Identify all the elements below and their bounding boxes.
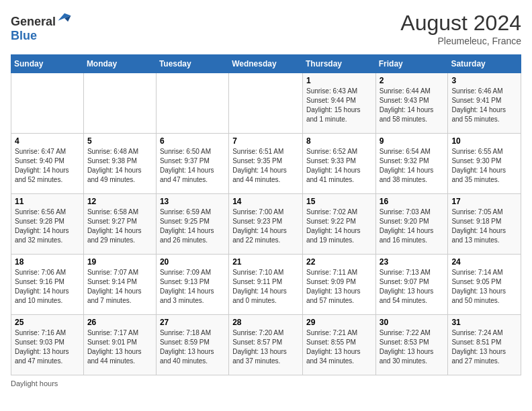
day-number: 8 [306,136,372,146]
day-info: Sunrise: 7:09 AMSunset: 9:13 PMDaylight:… [160,268,225,306]
title-block: August 2024 Pleumeleuc, France [400,11,521,46]
day-cell: 14Sunrise: 7:00 AMSunset: 9:23 PMDayligh… [229,194,303,255]
logo-bird-icon [57,11,72,26]
logo-blue: Blue [11,29,37,42]
col-header-friday: Friday [375,55,448,73]
week-row-3: 11Sunrise: 6:56 AMSunset: 9:28 PMDayligh… [11,194,521,255]
day-info: Sunrise: 6:55 AMSunset: 9:30 PMDaylight:… [451,147,517,185]
day-info: Sunrise: 7:05 AMSunset: 9:18 PMDaylight:… [451,208,517,245]
day-number: 21 [232,257,299,267]
day-info: Sunrise: 6:58 AMSunset: 9:27 PMDaylight:… [87,208,152,245]
day-cell: 2Sunrise: 6:44 AMSunset: 9:43 PMDaylight… [375,73,448,134]
day-info: Sunrise: 6:52 AMSunset: 9:33 PMDaylight:… [306,147,372,185]
day-info: Sunrise: 7:18 AMSunset: 8:59 PMDaylight:… [160,328,225,366]
day-info: Sunrise: 7:21 AMSunset: 8:55 PMDaylight:… [306,328,372,366]
day-number: 18 [15,257,80,267]
day-info: Sunrise: 7:14 AMSunset: 9:05 PMDaylight:… [451,268,517,306]
day-number: 25 [15,318,80,327]
day-info: Sunrise: 7:24 AMSunset: 8:51 PMDaylight:… [451,328,517,366]
logo-general: General [11,15,56,28]
logo-text: General Blue [11,11,72,43]
day-cell: 30Sunrise: 7:22 AMSunset: 8:53 PMDayligh… [375,315,448,375]
day-cell: 25Sunrise: 7:16 AMSunset: 9:03 PMDayligh… [11,315,84,375]
page-header: General Blue August 2024 Pleumeleuc, Fra… [11,11,521,46]
day-cell: 5Sunrise: 6:48 AMSunset: 9:38 PMDaylight… [83,134,156,194]
day-info: Sunrise: 7:13 AMSunset: 9:07 PMDaylight:… [380,268,445,306]
day-number: 29 [306,318,372,327]
footnote: Daylight hours [11,379,521,387]
day-cell: 20Sunrise: 7:09 AMSunset: 9:13 PMDayligh… [156,255,228,315]
day-cell: 4Sunrise: 6:47 AMSunset: 9:40 PMDaylight… [11,134,84,194]
day-cell: 12Sunrise: 6:58 AMSunset: 9:27 PMDayligh… [83,194,156,255]
day-info: Sunrise: 7:06 AMSunset: 9:16 PMDaylight:… [15,268,80,306]
day-cell: 23Sunrise: 7:13 AMSunset: 9:07 PMDayligh… [375,255,448,315]
day-info: Sunrise: 6:51 AMSunset: 9:35 PMDaylight:… [232,147,299,185]
week-row-1: 1Sunrise: 6:43 AMSunset: 9:44 PMDaylight… [11,73,521,134]
day-info: Sunrise: 6:48 AMSunset: 9:38 PMDaylight:… [87,147,152,185]
day-cell [229,73,303,134]
col-header-sunday: Sunday [11,55,84,73]
day-number: 14 [232,197,299,206]
day-info: Sunrise: 6:47 AMSunset: 9:40 PMDaylight:… [15,147,80,185]
day-number: 12 [87,197,152,206]
location: Pleumeleuc, France [400,36,521,46]
day-number: 9 [380,136,445,146]
day-number: 31 [451,318,517,327]
day-cell: 26Sunrise: 7:17 AMSunset: 9:01 PMDayligh… [83,315,156,375]
col-header-wednesday: Wednesday [229,55,303,73]
day-cell [156,73,228,134]
day-cell: 19Sunrise: 7:07 AMSunset: 9:14 PMDayligh… [83,255,156,315]
day-cell [83,73,156,134]
logo: General Blue [11,11,72,43]
day-info: Sunrise: 7:22 AMSunset: 8:53 PMDaylight:… [380,328,445,366]
day-number: 6 [160,136,225,146]
col-header-thursday: Thursday [302,55,375,73]
day-number: 26 [87,318,152,327]
month-year: August 2024 [400,11,521,36]
day-cell: 17Sunrise: 7:05 AMSunset: 9:18 PMDayligh… [448,194,521,255]
day-number: 10 [451,136,517,146]
day-cell: 21Sunrise: 7:10 AMSunset: 9:11 PMDayligh… [229,255,303,315]
day-cell: 3Sunrise: 6:46 AMSunset: 9:41 PMDaylight… [448,73,521,134]
day-cell: 31Sunrise: 7:24 AMSunset: 8:51 PMDayligh… [448,315,521,375]
day-cell: 10Sunrise: 6:55 AMSunset: 9:30 PMDayligh… [448,134,521,194]
day-info: Sunrise: 6:50 AMSunset: 9:37 PMDaylight:… [160,147,225,185]
day-cell: 6Sunrise: 6:50 AMSunset: 9:37 PMDaylight… [156,134,228,194]
day-info: Sunrise: 7:17 AMSunset: 9:01 PMDaylight:… [87,328,152,366]
day-number: 19 [87,257,152,267]
day-cell: 7Sunrise: 6:51 AMSunset: 9:35 PMDaylight… [229,134,303,194]
week-row-5: 25Sunrise: 7:16 AMSunset: 9:03 PMDayligh… [11,315,521,375]
day-number: 27 [160,318,225,327]
day-info: Sunrise: 7:00 AMSunset: 9:23 PMDaylight:… [232,208,299,245]
day-number: 13 [160,197,225,206]
day-number: 4 [15,136,80,146]
day-cell: 16Sunrise: 7:03 AMSunset: 9:20 PMDayligh… [375,194,448,255]
day-info: Sunrise: 6:44 AMSunset: 9:43 PMDaylight:… [380,87,445,124]
day-number: 16 [380,197,445,206]
day-cell: 1Sunrise: 6:43 AMSunset: 9:44 PMDaylight… [302,73,375,134]
day-number: 20 [160,257,225,267]
day-info: Sunrise: 6:46 AMSunset: 9:41 PMDaylight:… [451,87,517,124]
day-cell: 29Sunrise: 7:21 AMSunset: 8:55 PMDayligh… [302,315,375,375]
day-number: 3 [451,76,517,85]
day-info: Sunrise: 6:56 AMSunset: 9:28 PMDaylight:… [15,208,80,245]
day-cell: 22Sunrise: 7:11 AMSunset: 9:09 PMDayligh… [302,255,375,315]
day-cell: 13Sunrise: 6:59 AMSunset: 9:25 PMDayligh… [156,194,228,255]
day-cell: 24Sunrise: 7:14 AMSunset: 9:05 PMDayligh… [448,255,521,315]
day-cell: 18Sunrise: 7:06 AMSunset: 9:16 PMDayligh… [11,255,84,315]
week-row-2: 4Sunrise: 6:47 AMSunset: 9:40 PMDaylight… [11,134,521,194]
week-row-4: 18Sunrise: 7:06 AMSunset: 9:16 PMDayligh… [11,255,521,315]
day-info: Sunrise: 6:43 AMSunset: 9:44 PMDaylight:… [306,87,372,124]
day-cell: 8Sunrise: 6:52 AMSunset: 9:33 PMDaylight… [302,134,375,194]
day-number: 22 [306,257,372,267]
day-info: Sunrise: 6:54 AMSunset: 9:32 PMDaylight:… [380,147,445,185]
day-number: 11 [15,197,80,206]
col-header-saturday: Saturday [448,55,521,73]
day-number: 15 [306,197,372,206]
day-number: 7 [232,136,299,146]
day-info: Sunrise: 7:03 AMSunset: 9:20 PMDaylight:… [380,208,445,245]
day-number: 30 [380,318,445,327]
day-cell: 27Sunrise: 7:18 AMSunset: 8:59 PMDayligh… [156,315,228,375]
day-number: 5 [87,136,152,146]
day-number: 23 [380,257,445,267]
